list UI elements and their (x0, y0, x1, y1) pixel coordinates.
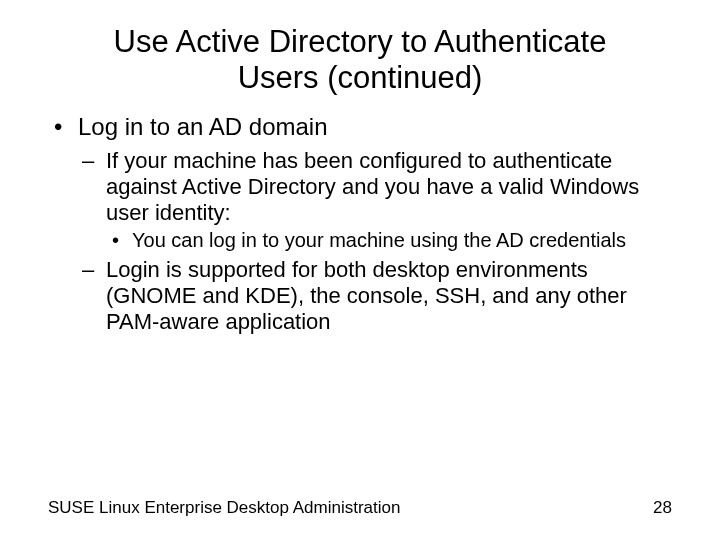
slide-body: Log in to an AD domain If your machine h… (0, 95, 720, 335)
slide: Use Active Directory to Authenticate Use… (0, 0, 720, 540)
bullet-text: If your machine has been configured to a… (106, 148, 639, 225)
bullet-text: You can log in to your machine using the… (132, 229, 626, 251)
slide-title: Use Active Directory to Authenticate Use… (0, 0, 720, 95)
bullet-text: Login is supported for both desktop envi… (106, 257, 627, 334)
bullet-text: Log in to an AD domain (78, 113, 328, 140)
bullet-level1: Log in to an AD domain If your machine h… (48, 113, 672, 335)
slide-footer: SUSE Linux Enterprise Desktop Administra… (48, 498, 672, 518)
footer-left: SUSE Linux Enterprise Desktop Administra… (48, 498, 400, 518)
title-line-2: Users (continued) (238, 60, 483, 95)
bullet-level3: You can log in to your machine using the… (106, 229, 672, 253)
title-line-1: Use Active Directory to Authenticate (114, 24, 607, 59)
bullet-level2: If your machine has been configured to a… (78, 148, 672, 253)
page-number: 28 (653, 498, 672, 518)
bullet-level2: Login is supported for both desktop envi… (78, 257, 672, 335)
